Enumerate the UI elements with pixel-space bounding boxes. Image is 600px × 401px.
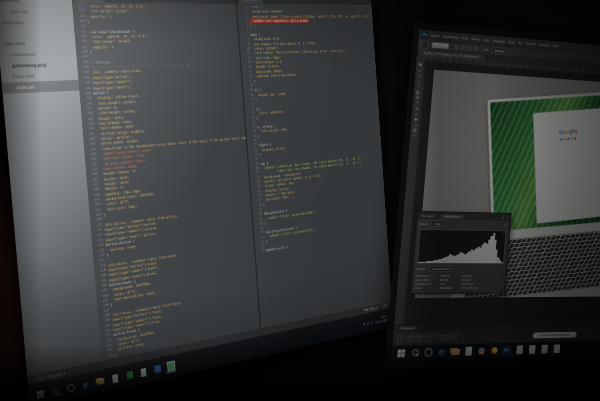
taskbar-app-icon[interactable] [527,345,537,355]
option-icon[interactable] [474,46,479,51]
menu-item[interactable]: 3D [518,41,522,45]
style-label: Stil: [483,47,489,51]
taskbar-app-icon[interactable] [450,347,460,357]
histogram-panel: Navigator Histogramm ≡ × Kanal: RGB ↻ [410,211,511,294]
option-icon[interactable] [461,45,466,50]
menu-item[interactable]: Bearbeiten [443,34,460,39]
menu-item[interactable]: Bild [462,36,468,40]
tray-icon[interactable]: ▭ [367,321,370,325]
tool-icon[interactable]: ◍ [415,106,419,110]
refresh-icon[interactable]: ↻ [504,223,507,227]
line-number: 54 [255,248,266,254]
active-tool-icon[interactable] [421,40,429,49]
channel-row: Kanal: RGB ↻ [417,219,510,229]
left-monitor: ▤ ▦ wrd-blog style.css [0,0,394,401]
taskbar-app-icon[interactable]: e [80,377,92,392]
tray-icon[interactable]: ♪ [371,320,373,324]
menu-item[interactable]: Filter [508,40,515,44]
code-text: } */ [250,23,257,28]
taskbar-app-icon[interactable] [463,346,473,356]
taskbar-app-icon[interactable] [423,347,433,357]
tool-icon[interactable]: ✎ [413,134,417,138]
tool-icon[interactable]: ▨ [413,128,417,132]
taskbar-app-icon[interactable] [124,368,135,382]
taskbar-app-icon[interactable] [552,344,561,354]
transport-button[interactable]: » [424,334,432,342]
taskbar-app-icon[interactable] [166,359,177,373]
panel-menu-icon[interactable]: ≡ [502,216,505,220]
transport-controls: «◂▸» [397,334,433,342]
code-text: opacity: 1; [87,14,113,19]
taskbar-app-icon[interactable] [489,346,499,356]
taskbar-app-icon[interactable] [152,362,163,376]
tool-preset-dropdown[interactable] [431,42,450,50]
taskbar-app-icon[interactable]: e [437,347,447,357]
timeline-dropdown[interactable] [434,334,457,341]
sidebar-item[interactable]: style.css [0,6,73,17]
sidebar-item-label: wrd-blog [0,0,19,3]
browser-shortcut-row [560,138,576,141]
syntax-label[interactable]: CSS [383,303,388,308]
taskbar-icon-glyph: Ps [504,348,510,353]
tool-icon[interactable]: ○ [418,73,422,77]
photoshop-logo: Ps [421,31,428,39]
tool-icon[interactable]: ⌖ [418,79,421,83]
menu-item[interactable]: Ansicht [525,41,536,46]
code-text: -webkit-font-smoothing: antialiased; [249,19,309,24]
tool-icon[interactable]: T [416,101,419,105]
tool-icon[interactable]: ◆ [414,117,417,121]
channel-dropdown[interactable]: RGB [430,221,444,228]
taskbar-app-icon[interactable] [396,348,407,358]
menu-item[interactable]: Text [484,38,490,42]
taskbar-app-icon[interactable] [138,365,149,379]
taskbar-app-icon[interactable] [539,344,549,354]
taskbar-app-icon[interactable] [410,348,421,358]
tool-icon[interactable]: ▣ [419,63,423,67]
panel-close-icon[interactable]: × [506,216,509,220]
menu-item[interactable]: Datei [431,33,439,38]
source-dropdown[interactable]: Gesamtes Bild [429,266,455,273]
tab-histogramm[interactable]: Histogramm [439,214,464,220]
taskbar-app-icon[interactable] [476,346,486,356]
timeline-tab[interactable]: Zeitleiste [397,326,419,331]
menu-item[interactable]: Ebene [471,37,481,42]
transport-button[interactable]: ▸ [415,334,423,342]
taskbar-app-icon[interactable] [34,387,46,401]
code-area-right[interactable]: 1 /* html { 2 background: #e5e5e5; 3 bac… [237,4,392,328]
code-text: opacity: 1; [89,44,115,50]
option-icon[interactable] [454,45,459,50]
option-icon[interactable] [467,46,472,51]
menu-item[interactable]: Hilfe [552,44,559,48]
tab-navigator[interactable]: Navigator [418,213,440,219]
google-logo-letter: e [574,128,577,134]
taskbar-app-icon[interactable] [95,374,107,388]
channel-label: Kanal: [420,222,429,226]
transport-button[interactable]: ◂ [406,334,414,342]
options-separator [480,46,481,52]
transport-button[interactable]: « [397,335,405,343]
tray-icon[interactable]: ∧ [363,321,365,325]
cached-data-warning-icon[interactable]: ⚠ [502,232,505,235]
taskbar-app-icon[interactable] [514,345,524,355]
menu-item[interactable]: Auswahl [493,38,505,43]
taskbar-app-icon[interactable] [110,371,121,385]
taskbar-app-icon[interactable] [49,384,61,399]
code-area-left[interactable]: 427 color: rgba(51, 51, 51, 0.5); 428 fo… [72,3,260,362]
taskbar-app-icon[interactable]: Ps [502,345,512,355]
create-video-timeline-button[interactable]: Videozeitleiste erstellen [533,332,577,339]
tool-icon[interactable]: ▤ [416,95,420,99]
code-text: } [115,352,117,357]
canvas-area: Google Naviga [404,61,600,324]
sidebar-item[interactable]: wrd-proxy [0,17,74,28]
stat-value: 6016000 [440,286,461,290]
histogram-bar [501,262,503,264]
photo-scene: ▤ ▦ wrd-blog style.css [0,0,600,401]
menu-item[interactable]: Fenster [539,42,550,47]
taskbar-clock[interactable]: 20:13 18.07.2017 [375,315,388,325]
clock-date: 18.07.2017 [375,319,388,325]
taskbar-app-icon[interactable] [65,381,77,396]
style-dropdown[interactable]: Normal [491,47,509,55]
stat-label: Pixel: [415,286,440,290]
tool-icon[interactable]: ✎ [417,84,421,88]
sidebar-item[interactable]: style.css [2,80,80,94]
